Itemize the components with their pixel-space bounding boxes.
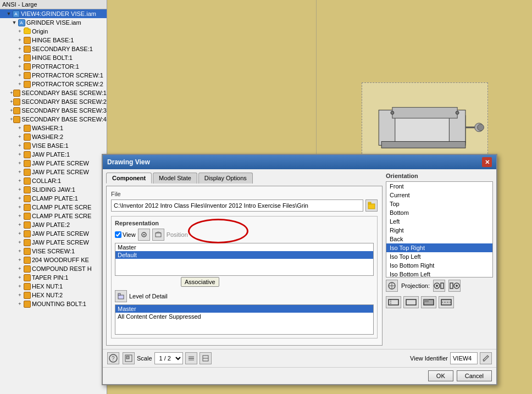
cancel-button[interactable]: Cancel bbox=[457, 370, 492, 381]
tree-item-protscrew2[interactable]: +PROTRACTOR SCREW:2 bbox=[0, 80, 107, 88]
tab-component[interactable]: Component bbox=[106, 173, 152, 184]
level-item-content-center[interactable]: All Content Center Suppressed bbox=[115, 313, 373, 320]
tree-item-label: GRINDER VISE.iam bbox=[26, 19, 81, 26]
orientation-item-iso-bottom-left[interactable]: Iso Bottom Left bbox=[386, 270, 492, 278]
svg-point-13 bbox=[143, 234, 145, 236]
tree-item-secbase2[interactable]: +SECONDARY BASE SCREW:2 bbox=[0, 97, 107, 106]
orientation-item-iso-bottom-right[interactable]: Iso Bottom Right bbox=[386, 261, 492, 270]
style-hidden-lines-btn[interactable] bbox=[386, 296, 401, 308]
tree-item-collar1[interactable]: +COLLAR:1 bbox=[0, 176, 107, 185]
part-icon bbox=[23, 36, 31, 44]
tree-item-jawplate5[interactable]: +JAW PLATE SCREW bbox=[0, 229, 107, 238]
level-detail-icon bbox=[118, 293, 124, 299]
view-item-master[interactable]: Master bbox=[115, 243, 373, 251]
tree-item-hexnut1[interactable]: +HEX NUT:1 bbox=[0, 282, 107, 291]
tree-item-hexnut2[interactable]: +HEX NUT:2 bbox=[0, 291, 107, 299]
tree-item-label: JAW PLATE SCREW bbox=[32, 230, 89, 237]
file-browse-button[interactable] bbox=[365, 199, 378, 212]
tab-display-options[interactable]: Display Options bbox=[198, 173, 253, 184]
tree-item-secbase4[interactable]: +SECONDARY BASE SCREW:4 bbox=[0, 115, 107, 124]
tab-model-state[interactable]: Model State bbox=[153, 173, 197, 184]
tree-item-washer1[interactable]: +WASHER:1 bbox=[0, 124, 107, 132]
level-detail-header: Level of Detail bbox=[115, 290, 374, 302]
tree-item-mountbolt[interactable]: +MOUNTING BOLT:1 bbox=[0, 299, 107, 308]
dialog-close-button[interactable]: ✕ bbox=[482, 157, 492, 167]
tree-item-hinge1[interactable]: +HINGE BASE:1 bbox=[0, 36, 107, 45]
first-angle-projection-btn[interactable] bbox=[433, 280, 445, 292]
svg-rect-22 bbox=[441, 283, 444, 288]
scale-icon-btn[interactable] bbox=[123, 352, 135, 364]
svg-rect-17 bbox=[118, 295, 124, 299]
tree-item-jawplate4[interactable]: +JAW PLATE:2 bbox=[0, 220, 107, 229]
view-toggle-btn[interactable] bbox=[152, 229, 164, 241]
view-id-edit-btn[interactable] bbox=[480, 352, 492, 364]
tree-item-protscrew1[interactable]: +PROTRACTOR SCREW:1 bbox=[0, 71, 107, 80]
tree-item-visescrew[interactable]: +VISE SCREW:1 bbox=[0, 247, 107, 256]
part-icon bbox=[13, 98, 20, 106]
orientation-item-front[interactable]: Front bbox=[386, 182, 492, 191]
orientation-item-iso-top-right[interactable]: Iso Top Right bbox=[386, 243, 492, 252]
tree-item-clamp1[interactable]: +CLAMP PLATE:1 bbox=[0, 194, 107, 203]
scale-extra-btn2[interactable] bbox=[199, 352, 212, 364]
scale-select[interactable]: 1 / 2 bbox=[154, 352, 183, 364]
view-list[interactable]: Master Default bbox=[115, 243, 374, 276]
tree-item-secbase1[interactable]: +SECONDARY BASE SCREW:1 bbox=[0, 88, 107, 97]
third-angle-projection-btn[interactable] bbox=[448, 280, 461, 292]
tree-item-protractor1[interactable]: +PROTRACTOR:1 bbox=[0, 62, 107, 71]
orientation-item-top[interactable]: Top bbox=[386, 199, 492, 208]
bottom-help-btn[interactable]: ? bbox=[107, 352, 119, 364]
level-list[interactable]: Master All Content Center Suppressed bbox=[115, 304, 374, 335]
tree-item-taperpin[interactable]: +TAPER PIN:1 bbox=[0, 273, 107, 282]
browse-icon bbox=[368, 202, 375, 209]
svg-point-9 bbox=[456, 111, 459, 114]
style-visible-lines-btn[interactable] bbox=[403, 296, 419, 308]
tree-item-grinder[interactable]: ▼AGRINDER VISE.iam bbox=[0, 18, 107, 27]
level-detail-label: Level of Detail bbox=[129, 293, 168, 299]
tree-item-origin[interactable]: +Origin bbox=[0, 27, 107, 36]
tree-item-view4[interactable]: ▼AVIEW4:GRINDER VISE.iam bbox=[0, 9, 107, 18]
tree-item-label: VIEW4:GRINDER VISE.iam bbox=[21, 10, 96, 17]
orientation-item-back[interactable]: Back bbox=[386, 235, 492, 243]
orientation-item-left[interactable]: Left bbox=[386, 217, 492, 226]
part-icon bbox=[23, 151, 31, 158]
tree-item-comprest[interactable]: +COMPOUND REST H bbox=[0, 264, 107, 273]
tree-item-woodruff[interactable]: +204 WOODRUFF KE bbox=[0, 256, 107, 264]
tree-item-jawplate2[interactable]: +JAW PLATE SCREW bbox=[0, 159, 107, 168]
representation-section: Representation View bbox=[111, 216, 378, 338]
part-icon bbox=[23, 168, 31, 176]
view-identifier-input[interactable] bbox=[450, 352, 478, 364]
style-visible-lines-icon bbox=[405, 298, 417, 307]
tree-item-washer2[interactable]: +WASHER:2 bbox=[0, 132, 107, 141]
view-icon-btn[interactable] bbox=[138, 229, 150, 241]
ok-button[interactable]: OK bbox=[428, 370, 453, 381]
file-path-input[interactable] bbox=[111, 199, 363, 212]
projection-label: Projection: bbox=[401, 282, 430, 289]
svg-rect-7 bbox=[381, 141, 465, 148]
tree-item-visebase1[interactable]: +VISE BASE:1 bbox=[0, 141, 107, 150]
projection-settings-btn[interactable] bbox=[386, 280, 398, 292]
tree-item-jawplate6[interactable]: +JAW PLATE SCREW bbox=[0, 238, 107, 247]
orientation-item-iso-top-left[interactable]: Iso Top Left bbox=[386, 252, 492, 261]
tree-item-jawplate1[interactable]: +JAW PLATE:1 bbox=[0, 150, 107, 159]
orientation-item-bottom[interactable]: Bottom bbox=[386, 208, 492, 217]
tree-item-secondary1[interactable]: +SECONDARY BASE:1 bbox=[0, 45, 107, 53]
orientation-list[interactable]: FrontCurrentTopBottomLeftRightBackIso To… bbox=[386, 181, 493, 278]
level-item-master[interactable]: Master bbox=[115, 305, 373, 313]
style-extra-btn[interactable] bbox=[439, 296, 454, 308]
tree-item-clampscrew2[interactable]: +CLAMP PLATE SCRE bbox=[0, 212, 107, 220]
style-shaded-btn[interactable] bbox=[421, 296, 436, 308]
view-checkbox[interactable] bbox=[115, 231, 121, 238]
level-detail-icon-btn[interactable] bbox=[115, 290, 127, 302]
scale-extra-btn1[interactable] bbox=[185, 352, 197, 364]
tree-item-sliding1[interactable]: +SLIDING JAW:1 bbox=[0, 185, 107, 194]
tree-item-secbase3[interactable]: +SECONDARY BASE SCREW:3 bbox=[0, 106, 107, 115]
associative-button[interactable]: Associative bbox=[181, 277, 219, 287]
tree-item-clampscrew1[interactable]: +CLAMP PLATE SCRE bbox=[0, 203, 107, 212]
orientation-item-right[interactable]: Right bbox=[386, 226, 492, 235]
tree-item-jawplate3[interactable]: +JAW PLATE SCREW bbox=[0, 168, 107, 176]
orientation-item-current[interactable]: Current bbox=[386, 191, 492, 199]
svg-rect-36 bbox=[126, 356, 129, 359]
svg-text:?: ? bbox=[112, 356, 115, 362]
view-item-default[interactable]: Default bbox=[115, 251, 373, 259]
tree-item-hingebolt[interactable]: +HINGE BOLT:1 bbox=[0, 53, 107, 62]
